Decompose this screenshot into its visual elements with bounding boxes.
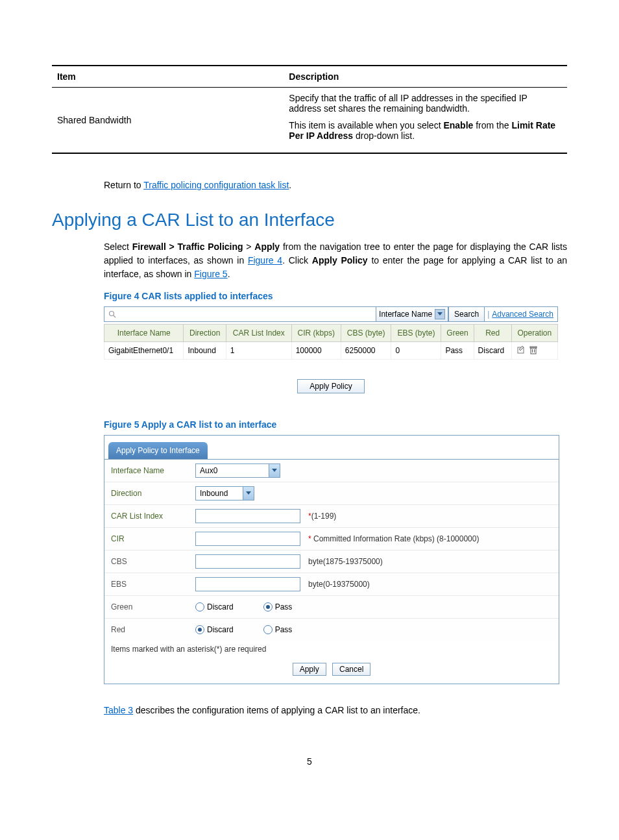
row-ebs: EBS byte(0-19375000) xyxy=(104,573,559,596)
required-note: Items marked with an asterisk(*) are req… xyxy=(104,641,559,658)
table3-link[interactable]: Table 3 xyxy=(104,705,133,715)
label-ebs: EBS xyxy=(111,580,195,589)
row-red: Red Discard Pass xyxy=(104,619,559,641)
radio-icon xyxy=(195,625,204,634)
cell-desc: Specify that the traffic of all IP addre… xyxy=(284,88,567,154)
th-carlist: CAR List Index xyxy=(226,325,291,342)
cir-input[interactable] xyxy=(195,532,300,546)
chevron-down-icon xyxy=(243,487,254,500)
row-cbs: CBS byte(1875-19375000) xyxy=(104,550,559,573)
row-car-list-index: CAR List Index *(1-199) xyxy=(104,505,559,528)
interface-name-select[interactable]: Aux0 xyxy=(195,463,280,478)
label-cir: CIR xyxy=(111,534,195,543)
item-description-table: Item Description Shared Bandwidth Specif… xyxy=(52,65,567,154)
row-interface-name: Interface Name Aux0 xyxy=(104,460,559,482)
return-line: Return to Traffic policing configuration… xyxy=(104,180,567,190)
th-cbs: CBS (byte) xyxy=(341,325,391,342)
th-ebs: EBS (byte) xyxy=(391,325,441,342)
red-pass-radio[interactable]: Pass xyxy=(263,625,293,634)
th-desc: Description xyxy=(284,66,567,88)
section-heading: Applying a CAR List to an Interface xyxy=(52,210,567,230)
figure5-caption: Figure 5 Apply a CAR list to an interfac… xyxy=(104,419,567,430)
search-field-value: Interface Name xyxy=(379,310,432,319)
label-green: Green xyxy=(111,602,195,611)
th-direction: Direction xyxy=(184,325,226,342)
figure5-screenshot: Apply Policy to Interface Interface Name… xyxy=(104,435,559,684)
form-button-row: Apply Cancel xyxy=(104,658,559,684)
svg-rect-4 xyxy=(531,348,536,354)
search-input[interactable] xyxy=(120,307,376,321)
svg-point-0 xyxy=(110,312,114,316)
label-interface-name: Interface Name xyxy=(111,466,195,475)
tab-apply-policy[interactable]: Apply Policy to Interface xyxy=(108,442,208,459)
table-row: GigabitEthernet0/1 Inbound 1 100000 6250… xyxy=(104,342,558,360)
cancel-button[interactable]: Cancel xyxy=(332,663,370,676)
advanced-search-link[interactable]: Advanced Search xyxy=(492,310,557,319)
cbs-input[interactable] xyxy=(195,554,300,569)
label-red: Red xyxy=(111,625,195,634)
figure4-screenshot: Interface Name Search | Advanced Search … xyxy=(104,306,558,393)
intro-paragraph: Select Firewall > Traffic Policing > App… xyxy=(104,240,567,281)
radio-icon xyxy=(195,602,204,611)
ebs-input[interactable] xyxy=(195,577,300,591)
figure4-caption: Figure 4 CAR lists applied to interfaces xyxy=(104,291,567,301)
radio-icon xyxy=(263,602,273,611)
trash-icon[interactable] xyxy=(528,345,539,355)
search-field-dropdown[interactable]: Interface Name xyxy=(376,306,448,322)
search-button[interactable]: Search xyxy=(448,306,485,322)
apply-policy-button[interactable]: Apply Policy xyxy=(297,379,365,393)
desc-line1: Specify that the traffic of all IP addre… xyxy=(289,93,562,114)
label-car-list-index: CAR List Index xyxy=(111,512,195,521)
green-pass-radio[interactable]: Pass xyxy=(263,602,293,611)
svg-marker-8 xyxy=(272,469,277,472)
car-list-table: Interface Name Direction CAR List Index … xyxy=(104,324,558,360)
edit-icon[interactable] xyxy=(516,345,526,355)
chevron-down-icon xyxy=(269,464,280,477)
figure5-link[interactable]: Figure 5 xyxy=(194,269,227,279)
tab-bar: Apply Policy to Interface xyxy=(104,439,559,459)
svg-line-1 xyxy=(114,315,115,317)
table3-paragraph: Table 3 describes the configuration item… xyxy=(104,704,567,717)
svg-rect-7 xyxy=(530,347,537,348)
return-link[interactable]: Traffic policing configuration task list xyxy=(143,180,289,190)
row-cir: CIR * Committed Information Rate (kbps) … xyxy=(104,528,559,550)
label-direction: Direction xyxy=(111,489,195,498)
green-discard-radio[interactable]: Discard xyxy=(195,602,234,611)
search-icon xyxy=(104,310,120,318)
direction-select[interactable]: Inbound xyxy=(195,486,254,500)
label-cbs: CBS xyxy=(111,557,195,566)
th-red: Red xyxy=(474,325,511,342)
th-cir: CIR (kbps) xyxy=(291,325,341,342)
search-bar: Interface Name Search | Advanced Search xyxy=(104,306,558,322)
th-interface: Interface Name xyxy=(104,325,184,342)
th-operation: Operation xyxy=(511,325,557,342)
row-direction: Direction Inbound xyxy=(104,482,559,505)
cell-item: Shared Bandwidth xyxy=(52,88,284,154)
car-list-index-input[interactable] xyxy=(195,509,300,523)
page-number: 5 xyxy=(52,756,567,767)
svg-marker-9 xyxy=(246,491,251,495)
operation-cell xyxy=(511,342,557,360)
row-green: Green Discard Pass xyxy=(104,596,559,619)
svg-marker-2 xyxy=(437,312,443,315)
red-discard-radio[interactable]: Discard xyxy=(195,625,234,634)
chevron-down-icon xyxy=(435,309,445,319)
apply-button[interactable]: Apply xyxy=(293,663,326,676)
radio-icon xyxy=(263,625,273,634)
figure4-link[interactable]: Figure 4 xyxy=(248,255,282,266)
th-green: Green xyxy=(441,325,474,342)
desc-line2: This item is available when you select E… xyxy=(289,120,562,141)
th-item: Item xyxy=(52,66,284,88)
